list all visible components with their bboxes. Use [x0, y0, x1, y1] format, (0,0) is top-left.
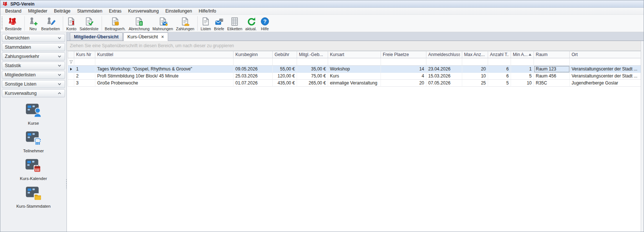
sidebar-item-kurs-kalender[interactable]: Kurs-Kalender: [20, 158, 47, 181]
vertical-scrollbar[interactable]: [641, 41, 644, 232]
table-row[interactable]: 2Profi Stimmbildung 10er Block/ 45 Minut…: [68, 73, 641, 80]
menu-item-bestand[interactable]: Bestand: [2, 8, 25, 14]
menu-item-kursverwaltung[interactable]: Kursverwaltung: [125, 8, 162, 14]
cell-freie-plaetze[interactable]: 4: [381, 73, 426, 80]
cell-kursbeginn[interactable]: 25.03.2026: [234, 73, 273, 80]
cell-min-a[interactable]: 1: [511, 66, 534, 73]
cell-kursart[interactable]: einmalige Veranstaltung: [328, 80, 381, 87]
cell-ort[interactable]: Veranstaltungscenter der Stadt ...: [570, 66, 641, 73]
menu-item-extras[interactable]: Extras: [106, 8, 125, 14]
column-header-ort[interactable]: Ort: [570, 51, 641, 58]
toolbar-button-listen[interactable]: Listen: [199, 15, 212, 32]
cell-kursart[interactable]: Kurs: [328, 73, 381, 80]
column-header-min-a[interactable]: Min A...: [511, 51, 534, 58]
tab-mitglieder-uebersicht[interactable]: Mitglieder-Übersicht: [70, 32, 123, 41]
cell-kurs-nr[interactable]: 1: [74, 66, 95, 73]
filter-cell-anmeldeschluss[interactable]: [426, 58, 462, 66]
column-header-gebuehr[interactable]: Gebühr: [273, 51, 297, 58]
cell-mitgl-geb[interactable]: 35,00 €: [297, 66, 328, 73]
sidebar-group-statistik[interactable]: Statistik: [2, 62, 65, 70]
filter-cell-min-a[interactable]: [511, 58, 534, 66]
sidebar-group-kursverwaltung[interactable]: Kursverwaltung: [2, 89, 65, 97]
toolbar-button-zahlungen[interactable]: Zahlungen: [174, 15, 196, 32]
menu-item-einstellungen[interactable]: Einstellungen: [162, 8, 195, 14]
filter-cell-gebuehr[interactable]: [273, 58, 297, 66]
cell-anmeldeschluss[interactable]: 07.05.2026: [426, 80, 462, 87]
cell-anzahl-t[interactable]: 5: [488, 80, 511, 87]
sidebar-item-kurs-stammdaten[interactable]: Kurs-Stammdaten: [16, 186, 51, 208]
column-header-kurstitel[interactable]: Kurstitel: [95, 51, 234, 58]
cell-gebuehr[interactable]: 120,00 €: [273, 73, 297, 80]
filter-cell-raum[interactable]: [534, 58, 570, 66]
menu-item-beitraege[interactable]: Beiträge: [51, 8, 74, 14]
filter-cell-mitgl-geb[interactable]: [297, 58, 328, 66]
filter-cell-kurstitel[interactable]: [95, 58, 234, 66]
cell-min-a[interactable]: 5: [511, 73, 534, 80]
toolbar-button-hilfe[interactable]: ?Hilfe: [258, 15, 272, 32]
cell-kurstitel[interactable]: Tages Workshop: "Gospel, Rhythmus & Groo…: [95, 66, 234, 73]
menu-item-hilfe-info[interactable]: Hilfe/Info: [195, 8, 219, 14]
toolbar-button-abrechnung[interactable]: Abrechnung: [127, 15, 151, 32]
column-header-kursart[interactable]: Kursart: [328, 51, 381, 58]
cell-anmeldeschluss[interactable]: 15.03.2026: [426, 73, 462, 80]
cell-freie-plaetze[interactable]: 20: [381, 80, 426, 87]
cell-max-anz[interactable]: 10: [462, 73, 488, 80]
cell-kursbeginn[interactable]: 09.05.2026: [234, 66, 273, 73]
cell-kurs-nr[interactable]: 2: [74, 73, 95, 80]
sidebar-item-kurse[interactable]: Kurse: [25, 103, 42, 125]
cell-min-a[interactable]: 10: [511, 80, 534, 87]
cell-raum[interactable]: Raum 456: [534, 73, 570, 80]
column-header-freie-plaetze[interactable]: Freie Plaetze: [381, 51, 426, 58]
column-header-anzahl-t[interactable]: Anzahl T...: [488, 51, 511, 58]
filter-cell-anzahl-t[interactable]: [488, 58, 511, 66]
close-icon[interactable]: ×: [161, 35, 164, 39]
cell-raum[interactable]: Raum 123: [534, 66, 570, 73]
filter-cell-ort[interactable]: [570, 58, 641, 66]
toolbar-button-aktual[interactable]: aktual.: [244, 15, 258, 32]
toolbar-button-bestaende[interactable]: Bestände: [4, 15, 23, 32]
cell-gebuehr[interactable]: 55,00 €: [273, 66, 297, 73]
cell-anzahl-t[interactable]: 6: [488, 66, 511, 73]
cell-kurstitel[interactable]: Große Probenwoche: [95, 80, 234, 87]
sidebar-group-zahlungsverkehr[interactable]: Zahlungsverkehr: [2, 52, 65, 60]
sidebar-group-uebersichten[interactable]: Übersichten: [2, 34, 65, 42]
cell-kurstitel[interactable]: Profi Stimmbildung 10er Block/ 45 Minute: [95, 73, 234, 80]
cell-mitgl-geb[interactable]: 265,00 €: [297, 80, 328, 87]
toolbar-button-beitragserh[interactable]: Beitragserh.: [103, 15, 127, 32]
toolbar-button-mahnungen[interactable]: Mahnungen: [151, 15, 174, 32]
sidebar-group-mitgliederlisten[interactable]: Mitgliederlisten: [2, 71, 65, 79]
filter-cell-kurs-nr[interactable]: [74, 58, 95, 66]
sidebar-item-teilnehmer[interactable]: Teilnehmer: [23, 130, 44, 153]
row-indicator-cell[interactable]: [68, 73, 74, 80]
toolbar-button-bearbeiten[interactable]: Bearbeiten: [40, 15, 61, 32]
row-indicator-cell[interactable]: [68, 66, 74, 73]
filter-cell-kursbeginn[interactable]: [234, 58, 273, 66]
column-header-anmeldeschluss[interactable]: Anmeldeschluss: [426, 51, 462, 58]
filter-cell-freie-plaetze[interactable]: [381, 58, 426, 66]
column-header-kursbeginn[interactable]: Kursbeginn: [234, 51, 273, 58]
cell-kursart[interactable]: Workshop: [328, 66, 381, 73]
toolbar-drag-handle[interactable]: [1, 17, 3, 30]
cell-max-anz[interactable]: 20: [462, 66, 488, 73]
cell-ort[interactable]: Veranstaltungscenter der Stadt ...: [570, 73, 641, 80]
tab-kurs-uebersicht[interactable]: Kurs-Übersicht×: [123, 32, 168, 41]
cell-freie-plaetze[interactable]: 14: [381, 66, 426, 73]
cell-anmeldeschluss[interactable]: 23.04.2026: [426, 66, 462, 73]
filter-cell-max-anz[interactable]: [462, 58, 488, 66]
cell-gebuehr[interactable]: 435,00 €: [273, 80, 297, 87]
menu-item-mitglieder[interactable]: Mitglieder: [25, 8, 51, 14]
cell-kursbeginn[interactable]: 01.07.2026: [234, 80, 273, 87]
cell-max-anz[interactable]: 25: [462, 80, 488, 87]
column-header-mitgl-geb[interactable]: Mitgl.-Geb...: [297, 51, 328, 58]
sidebar-group-sonstige-listen[interactable]: Sonstige Listen: [2, 80, 65, 88]
toolbar-button-neu[interactable]: Neu: [26, 15, 40, 32]
toolbar-button-briefe[interactable]: Briefe: [212, 15, 226, 32]
toolbar-button-saldenliste[interactable]: Saldenliste: [78, 15, 100, 32]
cell-kurs-nr[interactable]: 3: [74, 80, 95, 87]
menu-item-stammdaten[interactable]: Stammdaten: [74, 8, 106, 14]
toolbar-button-etiketten[interactable]: Etiketten: [226, 15, 244, 32]
sidebar-group-stammdaten[interactable]: Stammdaten: [2, 43, 65, 51]
cell-ort[interactable]: Jugendherberge Goslar: [570, 80, 641, 87]
table-row[interactable]: 3Große Probenwoche01.07.2026435,00 €265,…: [68, 80, 641, 87]
column-header-max-anz[interactable]: Max Anz...: [462, 51, 488, 58]
